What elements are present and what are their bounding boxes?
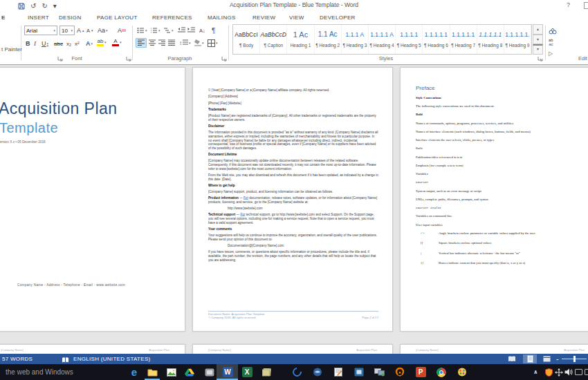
taskbar-icon-google-drive[interactable] bbox=[184, 367, 195, 378]
section-heading: Document Lifetime bbox=[208, 153, 378, 157]
taskbar-icon-network-computers[interactable] bbox=[374, 367, 385, 378]
subscript-button[interactable]: x₂ bbox=[66, 39, 71, 48]
bold-button[interactable]: B bbox=[26, 39, 30, 48]
shrink-font-button[interactable]: A▼ bbox=[86, 26, 93, 35]
document-page-preface[interactable]: Preface Style Conventions The following … bbox=[400, 67, 588, 332]
bullets-button[interactable]: ▾ bbox=[137, 26, 147, 35]
align-center-button[interactable] bbox=[149, 38, 156, 48]
taskbar-icon-swirl-app[interactable] bbox=[291, 367, 302, 378]
taskbar-icon-chrome[interactable] bbox=[436, 367, 447, 378]
tray-defender-shield-icon[interactable] bbox=[543, 367, 554, 378]
taskbar-icon-gray-app[interactable] bbox=[204, 367, 215, 378]
document-page-cover[interactable]: Acquisition Plan Template Version X.x • … bbox=[0, 67, 185, 332]
web-layout-icon[interactable] bbox=[540, 354, 553, 363]
align-left-button[interactable] bbox=[136, 38, 147, 48]
decrease-indent-button[interactable] bbox=[178, 26, 185, 35]
style-item-heading6[interactable]: 1.1.1.1.1¶ Heading 6 bbox=[423, 25, 450, 54]
read-mode-icon[interactable] bbox=[505, 354, 519, 363]
help-button[interactable]: ? bbox=[567, 1, 570, 8]
style-item-heading8[interactable]: 1.1.1.1.1¶ Heading 8 bbox=[477, 25, 504, 54]
tab-design[interactable]: DESIGN bbox=[59, 13, 81, 22]
taskbar-icon-openvpn[interactable] bbox=[394, 367, 405, 378]
find-icon[interactable] bbox=[549, 26, 557, 35]
shading-button[interactable]: ▾ bbox=[194, 38, 204, 48]
select-icon[interactable]: ▷ bbox=[549, 48, 553, 58]
change-case-button[interactable]: Aa▾ bbox=[98, 26, 108, 35]
style-item-body[interactable]: AaBbCcI¶ Body bbox=[233, 25, 260, 54]
tray-ime-icon[interactable] bbox=[575, 369, 582, 375]
line-spacing-button[interactable]: ↕▾ bbox=[179, 38, 191, 48]
print-layout-icon[interactable] bbox=[523, 354, 537, 363]
gallery-scroll-up-icon[interactable]: ▴ bbox=[533, 24, 543, 35]
style-item-heading3[interactable]: 1.1.1 A¶ Heading 3 bbox=[342, 25, 369, 54]
styles-dialog-launcher[interactable] bbox=[538, 56, 543, 61]
align-right-button[interactable] bbox=[158, 38, 166, 48]
tray-partial-icon[interactable] bbox=[585, 369, 588, 375]
zoom-slider-handle[interactable] bbox=[573, 356, 576, 362]
tab-home-partial[interactable]: E bbox=[1, 13, 6, 22]
tab-insert[interactable]: INSERT bbox=[28, 13, 49, 22]
numbering-button[interactable]: ▾ bbox=[150, 26, 160, 35]
gallery-scroll-down-icon[interactable]: ▾ bbox=[533, 35, 543, 45]
text-effects-button[interactable]: A▾ bbox=[86, 39, 93, 48]
taskbar-icon-excel[interactable]: X bbox=[241, 367, 252, 378]
section-heading: Your comments bbox=[208, 227, 378, 231]
text-highlight-button[interactable]: ab▾ bbox=[97, 37, 107, 47]
font-color-button[interactable]: A▾ bbox=[112, 37, 122, 47]
style-item-caption[interactable]: AaBbCcD¶ Caption bbox=[260, 25, 287, 54]
sort-button[interactable]: A↓ bbox=[199, 26, 205, 35]
superscript-button[interactable]: x² bbox=[75, 39, 80, 48]
title-bar: ↺ ↻ ▾ Acquisition Plan Template - Blue T… bbox=[0, 0, 588, 12]
zoom-out-icon[interactable]: - bbox=[556, 354, 559, 364]
tab-page-layout[interactable]: PAGE LAYOUT bbox=[97, 13, 138, 22]
page-header-right: Acquisition Plan bbox=[356, 348, 377, 352]
replace-icon[interactable]: abac bbox=[549, 37, 553, 47]
tray-speaker-icon[interactable] bbox=[563, 367, 574, 378]
taskbar-search-input[interactable]: the web and Windows bbox=[6, 364, 73, 380]
taskbar-icon-sticky-notes[interactable] bbox=[261, 367, 272, 378]
taskbar-icon-photos[interactable] bbox=[166, 367, 177, 378]
font-dialog-launcher[interactable] bbox=[126, 56, 131, 61]
grow-font-button[interactable]: A▲ bbox=[77, 26, 84, 35]
taskbar-icon-word[interactable]: W bbox=[222, 367, 233, 378]
taskbar-icon-movies-app[interactable] bbox=[353, 367, 365, 378]
underline-button[interactable]: U▾ bbox=[42, 39, 48, 48]
style-item-heading9[interactable]: 1.1.1.1.1.¶ Heading 9 bbox=[504, 25, 531, 54]
language-indicator[interactable]: ENGLISH (UNITED STATES) bbox=[73, 354, 151, 364]
multilevel-list-button[interactable]: ▾ bbox=[163, 26, 174, 35]
style-item-heading4[interactable]: 1.1.1.1 A¶ Heading 4 bbox=[369, 25, 396, 54]
paragraph-dialog-launcher[interactable] bbox=[221, 56, 227, 61]
tab-view[interactable]: VIEW bbox=[289, 13, 304, 22]
style-item-heading1[interactable]: 1 AcHeading 1 bbox=[287, 25, 314, 54]
strikethrough-button[interactable]: abc bbox=[54, 39, 63, 48]
taskbar-icon-text-editor[interactable] bbox=[333, 367, 344, 378]
increase-indent-button[interactable] bbox=[187, 26, 195, 35]
tab-developer[interactable]: DEVELOPER bbox=[320, 13, 356, 22]
style-item-heading5[interactable]: 1.1.1.1¶ Heading 5 bbox=[396, 25, 423, 54]
taskbar-icon-paint-palette[interactable] bbox=[457, 367, 468, 378]
style-item-heading2[interactable]: 1.1 Ac¶ Heading 2 bbox=[315, 25, 342, 54]
justify-button[interactable] bbox=[168, 38, 176, 48]
taskbar-icon-file-explorer[interactable] bbox=[147, 367, 158, 378]
format-painter-button[interactable]: t Painter bbox=[1, 44, 22, 54]
document-page-legal[interactable]: © [Year] [Company Name] or a [Company Na… bbox=[192, 67, 393, 332]
font-name-combobox[interactable]: Arial▾ bbox=[24, 26, 57, 35]
taskbar-icon-edge[interactable]: e bbox=[129, 367, 140, 378]
style-item-heading7[interactable]: 1.1.1.1.1¶ Heading 7 bbox=[450, 25, 477, 54]
status-bar: 57 WORDS ENGLISH (UNITED STATES) - bbox=[0, 354, 588, 364]
gallery-more-icon[interactable]: ▾ bbox=[533, 44, 543, 55]
font-size-combobox[interactable]: 10▾ bbox=[59, 26, 75, 35]
tab-mailings[interactable]: MAILINGS bbox=[208, 13, 236, 22]
convention-row: []Square brackets enclose optional value… bbox=[416, 241, 588, 245]
taskbar-icon-game[interactable] bbox=[312, 367, 323, 378]
tab-review[interactable]: REVIEW bbox=[252, 13, 275, 22]
word-count[interactable]: 57 WORDS bbox=[2, 354, 33, 364]
document-area[interactable]: Acquisition Plan Template Version X.x • … bbox=[0, 65, 588, 364]
show-hide-pilcrow-button[interactable]: ¶ bbox=[212, 26, 215, 35]
tab-references[interactable]: REFERENCES bbox=[152, 13, 192, 22]
tray-chevron-up-icon[interactable]: ∧ bbox=[533, 364, 538, 380]
window-control-partial[interactable] bbox=[584, 2, 588, 9]
borders-button[interactable]: ▾ bbox=[208, 38, 218, 48]
italic-button[interactable]: I bbox=[34, 39, 36, 48]
taskbar-icon-powerpoint[interactable]: P bbox=[415, 367, 426, 378]
